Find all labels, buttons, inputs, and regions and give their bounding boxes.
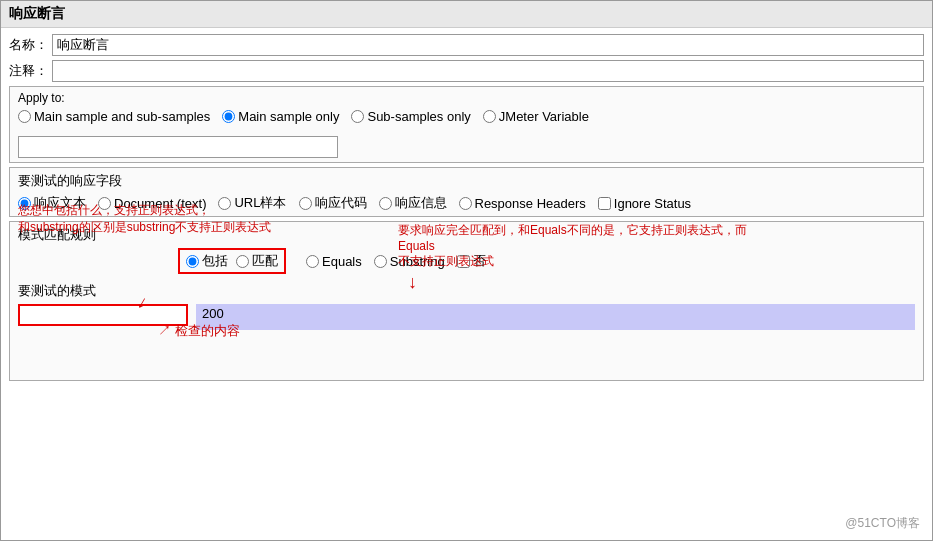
highlight-group: 包括 匹配: [178, 248, 286, 274]
annotation-include-text: 您想中包括什么，支持正则表达式，和substring的区别是substring不…: [18, 203, 271, 234]
resp-code-label: 响应代码: [315, 194, 367, 212]
apply-to-title: Apply to:: [18, 91, 915, 105]
main-window: 响应断言 名称： 注释： Apply to: Main sample and s…: [0, 0, 933, 541]
apply-sub-only-label: Sub-samples only: [367, 109, 470, 124]
title-bar: 响应断言: [1, 1, 932, 28]
apply-jmeter-var[interactable]: JMeter Variable: [483, 109, 589, 124]
match-include[interactable]: 包括: [186, 252, 228, 270]
apply-main-only[interactable]: Main sample only: [222, 109, 339, 124]
resp-info[interactable]: 响应信息: [379, 194, 447, 212]
apply-to-section: Apply to: Main sample and sub-samples Ma…: [9, 86, 924, 163]
pattern-value-display: 200: [196, 304, 915, 330]
match-equals[interactable]: Equals: [306, 254, 362, 269]
resp-headers[interactable]: Response Headers: [459, 196, 586, 211]
test-pattern-area: 要测试的模式 200 您想中包括什么，支持正则表达式，和substring的区别…: [18, 282, 915, 330]
ignore-status-label: Ignore Status: [614, 196, 691, 211]
match-include-label: 包括: [202, 252, 228, 270]
pattern-value-200: 200: [202, 306, 224, 321]
watermark: @51CTO博客: [845, 515, 920, 532]
name-label: 名称：: [9, 36, 48, 54]
resp-headers-label: Response Headers: [475, 196, 586, 211]
arrow-to-match: ↓: [408, 272, 417, 293]
apply-sub-only[interactable]: Sub-samples only: [351, 109, 470, 124]
comment-label: 注释：: [9, 62, 48, 80]
comment-row: 注释：: [9, 60, 924, 82]
annotation-match: 要求响应完全匹配到，和Equals不同的是，它支持正则表达式，而Equals不支…: [398, 222, 778, 270]
annotation-content: ↗ 检查的内容: [158, 322, 240, 340]
content-area: 名称： 注释： Apply to: Main sample and sub-sa…: [1, 28, 932, 391]
pattern-input-row: 200: [18, 304, 915, 330]
match-equals-label: Equals: [322, 254, 362, 269]
annotation-content-text: 检查的内容: [175, 323, 240, 338]
apply-main-sub[interactable]: Main sample and sub-samples: [18, 109, 210, 124]
response-field-title: 要测试的响应字段: [18, 172, 915, 190]
match-rule-section: 模式匹配规则 包括 匹配 Equals: [9, 221, 924, 381]
apply-to-radio-group: Main sample and sub-samples Main sample …: [18, 109, 915, 158]
annotation-match-text: 要求响应完全匹配到，和Equals不同的是，它支持正则表达式，而Equals不支…: [398, 223, 747, 268]
annotation-include: 您想中包括什么，支持正则表达式，和substring的区别是substring不…: [18, 202, 271, 236]
resp-info-label: 响应信息: [395, 194, 447, 212]
apply-main-sub-label: Main sample and sub-samples: [34, 109, 210, 124]
resp-code[interactable]: 响应代码: [299, 194, 367, 212]
ignore-status[interactable]: Ignore Status: [598, 196, 691, 211]
apply-main-only-label: Main sample only: [238, 109, 339, 124]
name-input[interactable]: [52, 34, 924, 56]
test-pattern-label: 要测试的模式: [18, 283, 96, 298]
name-row: 名称：: [9, 34, 924, 56]
test-pattern-section-title: 要测试的模式: [18, 282, 915, 300]
match-match[interactable]: 匹配: [236, 252, 278, 270]
match-match-label: 匹配: [252, 252, 278, 270]
jmeter-var-input[interactable]: [18, 136, 338, 158]
apply-jmeter-var-label: JMeter Variable: [499, 109, 589, 124]
comment-input[interactable]: [52, 60, 924, 82]
window-title: 响应断言: [9, 5, 65, 21]
